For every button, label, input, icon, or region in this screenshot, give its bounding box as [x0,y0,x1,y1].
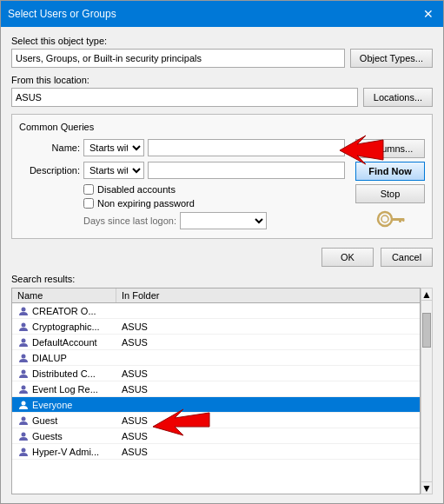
table-row[interactable]: DefaultAccountASUS [12,335,420,350]
object-type-input[interactable] [11,49,345,68]
result-folder-cell [116,303,420,318]
user-group-icon [17,305,30,317]
svg-point-10 [22,385,26,389]
result-folder-cell [116,397,420,412]
result-name-cell: Everyone [12,397,116,412]
scrollbar-track[interactable]: ▲ ▼ [421,288,433,494]
non-expiring-password-label: Non expiring password [97,198,195,209]
results-header: Name In Folder [12,288,420,303]
user-group-icon [17,399,30,411]
table-row[interactable]: Distributed C...ASUS [12,366,420,381]
result-name: CREATOR O... [32,306,96,316]
disabled-accounts-label: Disabled accounts [97,184,176,195]
result-name: Hyper-V Admi... [32,447,99,457]
user-group-icon [17,414,30,427]
description-query-row: Description: Starts with [19,162,345,179]
scrollbar-thumb[interactable] [422,313,431,348]
svg-point-6 [22,322,26,327]
close-button[interactable]: ✕ [421,6,436,22]
locations-button[interactable]: Locations... [363,88,433,107]
svg-rect-3 [399,218,401,222]
table-row[interactable]: Event Log Re...ASUS [12,381,420,397]
svg-point-14 [22,448,26,452]
name-filter-dropdown[interactable]: Starts with [83,139,144,156]
columns-button[interactable]: Columns... [355,139,425,158]
result-folder-cell: ASUS [116,413,420,428]
result-name: DefaultAccount [32,337,97,348]
results-body: CREATOR O...Cryptographic...ASUSDefaultA… [12,303,420,460]
table-row[interactable]: Cryptographic...ASUS [12,319,420,335]
result-name: Guests [32,431,63,441]
result-name: Cryptographic... [32,322,100,332]
ok-button[interactable]: OK [321,248,374,267]
location-label: From this location: [11,75,433,85]
result-name: Distributed C... [32,368,96,379]
table-row[interactable]: Hyper-V Admi...ASUS [12,444,420,460]
name-query-label: Name: [19,143,80,153]
col-folder-header: In Folder [116,288,420,302]
svg-point-0 [378,212,392,226]
days-row: Days since last logon: [83,212,345,229]
days-dropdown[interactable] [180,212,267,229]
location-row: Locations... [11,88,433,107]
result-name-cell: Event Log Re... [12,381,116,396]
result-name-cell: Hyper-V Admi... [12,444,116,459]
svg-point-13 [22,432,26,436]
object-type-label: Select this object type: [11,36,433,46]
table-row[interactable]: GuestsASUS [12,428,420,444]
result-name-cell: DIALUP [12,350,116,365]
disabled-accounts-checkbox[interactable] [83,184,94,195]
svg-point-8 [22,354,26,358]
right-buttons: Columns... Find Now Stop [355,139,425,231]
cancel-button[interactable]: Cancel [381,248,433,267]
find-now-button[interactable]: Find Now [355,162,425,181]
result-name-cell: CREATOR O... [12,303,116,318]
result-folder-cell: ASUS [116,335,420,349]
dialog-body: Select this object type: Object Types...… [1,27,443,503]
non-expiring-password-checkbox[interactable] [83,198,94,209]
user-group-icon [17,352,30,364]
result-name-cell: Guests [12,428,116,443]
table-with-scroll: Name In Folder CREATOR O...Cryptographic… [11,288,433,494]
days-label: Days since last logon: [83,216,176,226]
svg-rect-2 [391,218,404,221]
svg-point-9 [22,369,26,374]
svg-point-11 [22,401,26,405]
user-group-icon [17,321,30,333]
result-name-cell: Cryptographic... [12,319,116,334]
non-expiring-checkbox-row: Non expiring password [83,198,345,209]
search-results-label: Search results: [11,274,433,284]
description-filter-dropdown[interactable]: Starts with [83,162,144,179]
svg-point-12 [22,416,26,421]
result-folder-cell: ASUS [116,444,420,459]
table-row[interactable]: DIALUP [12,350,420,366]
location-input[interactable] [11,88,358,107]
scroll-up-btn[interactable]: ▲ [421,288,433,301]
table-row[interactable]: GuestASUS [12,413,420,428]
object-types-button[interactable]: Object Types... [350,49,433,68]
svg-rect-4 [402,218,405,222]
table-row[interactable]: CREATOR O... [12,303,420,319]
description-query-label: Description: [19,165,80,176]
bottom-section: Search results: Name In Folder CREATOR O… [11,274,433,494]
user-group-icon [17,430,30,442]
result-name: Event Log Re... [32,384,98,395]
result-folder-cell [116,350,420,365]
title-bar: Select Users or Groups ✕ [1,1,443,27]
table-row[interactable]: Everyone [12,397,420,413]
object-type-group: Select this object type: Object Types... [11,36,433,68]
ok-cancel-row: OK Cancel [11,248,433,267]
user-group-icon [17,336,30,348]
result-name: DIALUP [32,353,67,363]
result-name: Guest [32,415,57,426]
description-query-input[interactable] [148,162,345,179]
svg-point-7 [22,338,26,342]
location-group: From this location: Locations... [11,75,433,107]
result-name-cell: Guest [12,413,116,428]
scroll-down-btn[interactable]: ▼ [421,481,433,494]
key-icon-area [355,207,425,231]
name-query-input[interactable] [148,139,345,156]
stop-button[interactable]: Stop [355,184,425,203]
queries-left: Name: Starts with Description: Starts wi… [19,139,345,231]
common-queries-box: Common Queries Name: Starts with Descrip… [11,114,433,239]
